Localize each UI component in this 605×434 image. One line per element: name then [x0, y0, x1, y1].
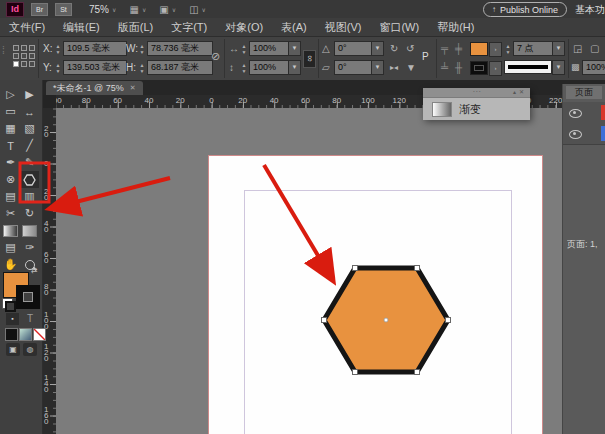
content-collector-tool[interactable]: ▦ [1, 120, 20, 137]
stroke-color-swatch[interactable] [470, 61, 488, 75]
stroke-options-arrow[interactable]: › [489, 61, 502, 76]
stroke-proxy-swatch[interactable] [16, 285, 40, 309]
y-field[interactable]: 139.503 毫米 [63, 60, 127, 75]
scale-x-field[interactable]: 100% [249, 41, 293, 56]
preview-mode-button[interactable]: ◍ [23, 343, 37, 356]
gradient-panel-header[interactable]: ⋯ ▴✕ [423, 88, 530, 98]
distribute-icon[interactable]: ╪ [455, 41, 462, 56]
close-icon[interactable]: ✕ [519, 89, 527, 95]
fill-color-swatch[interactable] [470, 42, 488, 56]
distribute-vertical-icon[interactable]: ╫ [455, 60, 462, 75]
h-stepper[interactable]: ▲▼ [138, 62, 146, 74]
chevron-down-icon[interactable]: ▼ [552, 41, 565, 56]
swap-fill-stroke-icon[interactable]: ⇄ [31, 266, 38, 275]
rotation-angle-field[interactable]: 0° [334, 41, 376, 56]
opacity-field[interactable]: 100% [582, 60, 605, 75]
workspace-switcher[interactable]: 基本功能 [575, 3, 605, 17]
shear-angle-field[interactable]: 0° [334, 60, 376, 75]
reference-point-proxy[interactable] [13, 45, 35, 67]
flip-horizontal-icon[interactable]: ▸◂ [390, 60, 398, 75]
scale-y-field[interactable]: 100% [249, 60, 293, 75]
visibility-eye-icon[interactable] [569, 130, 582, 139]
direct-selection-tool[interactable]: ▶ [20, 86, 39, 103]
pencil-tool[interactable]: ✎ [20, 154, 39, 171]
x-stepper[interactable]: ▲▼ [54, 43, 62, 55]
apply-color-button[interactable] [5, 328, 18, 341]
gradient-panel[interactable]: ⋯ ▴✕ 渐变 [423, 88, 530, 119]
eyedropper-tool[interactable]: ✑ [20, 239, 39, 256]
rotate-cw-icon[interactable]: ↻ [390, 41, 398, 56]
normal-view-mode-button[interactable]: ▣ [6, 343, 20, 356]
line-tool[interactable]: ╱ [20, 137, 39, 154]
close-icon[interactable]: ✕ [130, 84, 136, 92]
stock-button[interactable]: St [55, 3, 72, 16]
align-icon[interactable]: ╤ [441, 41, 448, 56]
screen-mode-dropdown[interactable]: ▣ ∨ [159, 4, 176, 15]
menu-item[interactable]: 帮助(H) [428, 18, 483, 36]
polygon-tool[interactable] [20, 171, 39, 188]
constrain-dimensions-icon[interactable]: ⊘ [211, 49, 220, 64]
visibility-eye-icon[interactable] [569, 109, 582, 118]
view-options-dropdown[interactable]: ▦ ∨ [129, 4, 146, 15]
gradient-swatch-icon[interactable] [432, 102, 452, 117]
frame-grid-tool[interactable]: ▥ [20, 188, 39, 205]
free-transform-tool[interactable]: ↻ [20, 205, 39, 222]
chevron-down-icon[interactable]: ▼ [552, 60, 565, 75]
hand-tool[interactable]: ✋ [1, 256, 20, 273]
menu-item[interactable]: 表(A) [272, 18, 316, 36]
formatting-affects-container-icon[interactable]: ▪ [6, 313, 19, 325]
h-field[interactable]: 68.187 毫米 [147, 60, 213, 75]
pen-tool[interactable]: ✒ [1, 154, 20, 171]
x-field[interactable]: 109.5 毫米 [63, 41, 127, 56]
align-vertical-icon[interactable]: ╧ [441, 60, 448, 75]
constrain-scale-link-icon[interactable]: ∞ [303, 50, 316, 68]
panel-row[interactable] [563, 123, 605, 145]
corner-shape-icon[interactable]: ▢ [590, 41, 599, 56]
apply-none-button[interactable] [33, 328, 46, 341]
chevron-down-icon[interactable]: ▼ [288, 41, 301, 56]
menu-item[interactable]: 窗口(W) [370, 18, 428, 36]
menu-item[interactable]: 文件(F) [0, 18, 54, 36]
stroke-style-field[interactable] [504, 60, 552, 74]
gradient-feather-tool[interactable] [20, 222, 39, 239]
chevron-down-icon[interactable]: ▼ [371, 60, 384, 75]
scale-x-stepper[interactable]: ▲▼ [240, 43, 248, 55]
document-tab[interactable]: *未命名-1 @ 75% ✕ [46, 81, 143, 95]
menu-item[interactable]: 视图(V) [316, 18, 371, 36]
gradient-swatch-tool[interactable] [1, 222, 20, 239]
stroke-weight-field[interactable]: 7 点 [513, 41, 557, 56]
apply-gradient-button[interactable] [19, 328, 32, 341]
ruler-origin-corner[interactable] [42, 95, 56, 108]
flip-vertical-icon[interactable]: ▼ [406, 60, 416, 75]
w-stepper[interactable]: ▲▼ [138, 43, 146, 55]
scale-y-stepper[interactable]: ▲▼ [240, 62, 248, 74]
panel-row[interactable] [563, 102, 605, 124]
chevron-down-icon[interactable]: ▼ [371, 41, 384, 56]
pasteboard[interactable] [56, 108, 605, 434]
note-tool[interactable]: ▤ [1, 239, 20, 256]
arrange-windows-dropdown[interactable]: ◫ ∨ [189, 4, 206, 15]
rotate-ccw-icon[interactable]: ↺ [406, 41, 414, 56]
hexagon-object[interactable] [316, 260, 456, 380]
menu-item[interactable]: 编辑(E) [54, 18, 109, 36]
table-tool[interactable]: ▤ [1, 188, 20, 205]
selection-tool[interactable]: ▷ [1, 86, 20, 103]
corner-options-icon[interactable]: ◲ [573, 41, 582, 56]
stroke-weight-stepper[interactable]: ▲▼ [504, 43, 512, 55]
zoom-level-dropdown[interactable]: 75% ∨ [85, 4, 116, 15]
default-fill-stroke-icon[interactable] [2, 298, 13, 309]
fill-options-arrow[interactable]: › [489, 42, 502, 57]
gap-tool[interactable]: ↔ [20, 103, 39, 120]
page-tool[interactable]: ▭ [1, 103, 20, 120]
y-stepper[interactable]: ▲▼ [54, 62, 62, 74]
content-placer-tool[interactable]: ▧ [20, 120, 39, 137]
publish-online-button[interactable]: ↑ Publish Online [483, 2, 567, 17]
vertical-ruler[interactable]: 2 002 04 06 08 01 0 01 2 01 4 01 6 0 [42, 108, 56, 434]
bridge-button[interactable]: Br [31, 3, 48, 16]
formatting-affects-text-icon[interactable]: T [27, 313, 33, 324]
pages-panel-tab[interactable]: 页面 [566, 86, 602, 99]
menu-item[interactable]: 对象(O) [216, 18, 272, 36]
menu-item[interactable]: 版面(L) [109, 18, 162, 36]
rectangle-frame-tool[interactable]: ⊗ [1, 171, 20, 188]
menu-item[interactable]: 文字(T) [162, 18, 216, 36]
